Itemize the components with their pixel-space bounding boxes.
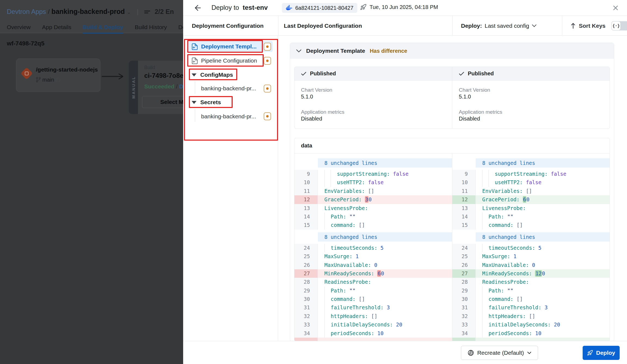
line-number: 11: [452, 187, 476, 195]
deploy-button[interactable]: Deploy: [583, 346, 620, 360]
yaml-line: LivenessProbe:: [476, 204, 610, 212]
tab-app-details[interactable]: App Details: [42, 24, 71, 34]
indent-guide: [324, 312, 331, 320]
chevron-down-icon[interactable]: ⌄: [127, 9, 131, 15]
line-number: 11: [294, 187, 318, 195]
build-status: Succeeded: [144, 83, 174, 90]
tab-build-history[interactable]: Build History: [135, 24, 167, 34]
rocket-icon: [360, 4, 367, 10]
line-number: 27: [294, 269, 318, 278]
git-source-card[interactable]: /getting-started-nodejs main ⓘ: [16, 58, 100, 92]
divider: |: [137, 8, 139, 15]
line-number: 29: [294, 286, 318, 295]
divider: [452, 16, 453, 36]
line-number: 33: [294, 320, 318, 329]
line-number: 32: [452, 312, 476, 320]
nav-group-label: Secrets: [200, 99, 221, 106]
line-number: [452, 338, 476, 341]
diff-row: 29Path: "": [452, 286, 610, 295]
line-number: 33: [452, 320, 476, 329]
line-number: 15: [294, 221, 318, 229]
line-number: 14: [294, 212, 318, 221]
nav-item-label: Deployment Templ...: [201, 43, 257, 50]
deploy-config-dropdown[interactable]: Deploy: Last saved config: [461, 16, 537, 36]
diff-row: 25MaxSurge: 1: [452, 252, 610, 261]
line-number: 10: [294, 178, 318, 187]
sort-arrow-icon: [571, 23, 576, 29]
unchanged-lines-separator[interactable]: 8 unchanged lines: [318, 158, 452, 168]
nav-item-secret-banking-backend[interactable]: banking-backend-pr...: [201, 111, 256, 122]
line-number: 34: [294, 329, 318, 338]
published-left-column: Published Chart Version 5.1.0 Applicatio…: [294, 67, 452, 128]
diff-row: 32httpHeaders: []: [294, 312, 452, 320]
yaml-line: httpHeaders: []: [476, 312, 610, 320]
filter-icon[interactable]: [144, 10, 150, 14]
status-separator: /: [176, 83, 179, 90]
yaml-line: MinReadySeconds: 60: [318, 269, 452, 278]
chart-version-label: Chart Version: [459, 87, 603, 93]
line-number: 31: [294, 303, 318, 312]
braces-icon: {·}: [611, 21, 621, 30]
tab-build-deploy[interactable]: Build & Deploy: [83, 24, 123, 34]
deployment-strategy-button[interactable]: Recreate (Default): [461, 346, 538, 360]
line-number: 28: [452, 278, 476, 286]
yaml-line: supportStreaming: false: [318, 170, 452, 178]
nav-panel-title: Deployment Configuration: [192, 16, 264, 36]
line-number: 30: [294, 295, 318, 303]
section-collapse-header[interactable]: Deployment Template Has difference: [290, 43, 614, 59]
breadcrumb-root-link[interactable]: Devtron Apps: [7, 8, 46, 15]
line-number: 24: [294, 244, 318, 252]
caret-down-icon: [192, 73, 196, 76]
unchanged-lines-separator[interactable]: 8 unchanged lines: [476, 158, 610, 168]
branch-icon: [36, 77, 41, 82]
nav-item-deployment-template[interactable]: Deployment Templ...: [187, 41, 273, 52]
app-tabs: Overview App Details Build & Deploy Buil…: [7, 24, 196, 34]
yaml-line: timeoutSeconds: 5: [476, 244, 610, 252]
nav-group-secrets[interactable]: Secrets: [192, 97, 221, 107]
deploy-time-row: Tue, 10 Jun 2025, 04:18 PM: [360, 4, 438, 10]
line-number: 9: [452, 170, 476, 178]
sort-keys-control[interactable]: Sort Keys {·}: [571, 16, 627, 36]
deploy-time: Tue, 10 Jun 2025, 04:18 PM: [370, 4, 438, 10]
code-view-toggle[interactable]: {·}: [611, 21, 627, 30]
diff-row: 11EnvVariables: []: [452, 187, 610, 195]
nav-item-pipeline-configuration[interactable]: Pipeline Configuration: [187, 55, 273, 66]
nav-group-configmaps[interactable]: ConfigMaps: [192, 70, 233, 80]
unchanged-lines-separator[interactable]: 8 unchanged lines: [476, 232, 610, 242]
line-number: [294, 338, 318, 341]
diff-row: 33initialDelaySeconds: 20: [452, 320, 610, 329]
tab-overview[interactable]: Overview: [7, 24, 31, 34]
changed-chars-highlight: 6: [377, 270, 381, 277]
indent-guide: [488, 170, 495, 178]
diff-row: 14Path: "": [452, 212, 610, 221]
changed-indicator-dot: [264, 57, 271, 65]
indent-guide: [482, 303, 488, 312]
yaml-line: GracePeriod: 30: [318, 195, 452, 204]
diff-row-partial: [294, 338, 452, 341]
indent-guide: [324, 295, 331, 303]
git-repo-name: /getting-started-nodejs: [36, 66, 98, 73]
indent-guide: [324, 170, 331, 178]
line-number: 30: [452, 295, 476, 303]
nav-item-label: banking-backend-pr...: [201, 113, 256, 120]
deployment-template-section: Deployment Template Has difference Publi…: [290, 43, 614, 341]
app-metrics-label: Application metrics: [459, 109, 603, 115]
unchanged-lines-separator[interactable]: 8 unchanged lines: [318, 232, 452, 242]
nav-item-configmap-banking-backend[interactable]: banking-backend-pr...: [201, 83, 256, 94]
indent-guide: [482, 329, 488, 338]
indent-guide: [482, 212, 488, 221]
back-arrow-icon[interactable]: [193, 4, 202, 12]
chevron-down-icon: [532, 24, 537, 27]
line-number: 25: [294, 252, 318, 261]
line-number: 28: [294, 278, 318, 286]
indent-guide: [324, 303, 331, 312]
git-provider-icon: [20, 67, 33, 79]
yaml-line: Path: "": [476, 212, 610, 221]
app-metrics-label: Application metrics: [301, 109, 445, 115]
tree-guide-line: [195, 81, 195, 94]
env-count: 2/2 En: [155, 8, 174, 15]
close-icon[interactable]: [612, 4, 619, 12]
breadcrumb: Devtron Apps / banking-backend-prod ⌄ | …: [7, 8, 174, 16]
yaml-line: timeoutSeconds: 5: [318, 244, 452, 252]
build-node-type: Build: [144, 65, 155, 70]
